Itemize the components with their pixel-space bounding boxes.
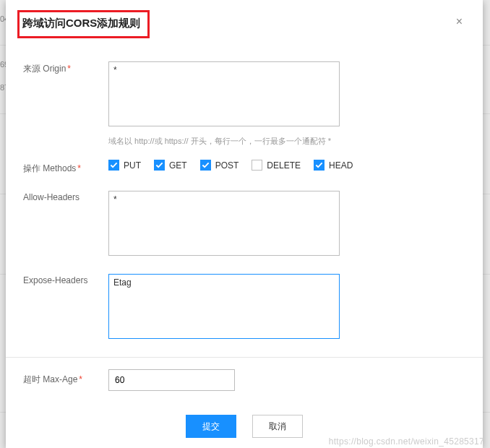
methods-group: PUTGETPOSTDELETEHEAD	[108, 158, 465, 171]
close-icon[interactable]: ×	[453, 16, 465, 27]
method-checkbox-head[interactable]: HEAD	[314, 160, 353, 171]
checkbox-icon	[314, 160, 324, 171]
origin-label: 来源 Origin*	[23, 61, 108, 155]
allow-headers-input[interactable]	[108, 191, 340, 256]
method-label: DELETE	[267, 160, 301, 171]
origin-hint: 域名以 http://或 https:// 开头，每行一个，一行最多一个通配符 …	[108, 136, 465, 147]
method-label: HEAD	[329, 160, 353, 171]
method-label: GET	[169, 160, 187, 171]
checkbox-icon	[154, 160, 165, 171]
methods-label: 操作 Methods*	[23, 158, 108, 175]
dialog-header: 跨域访问CORS添加规则 ×	[23, 16, 465, 38]
expose-headers-label: Expose-Headers	[23, 274, 108, 341]
cors-form: 来源 Origin* 域名以 http://或 https:// 开头，每行一个…	[23, 61, 465, 410]
method-label: PUT	[124, 160, 141, 171]
cancel-button[interactable]: 取消	[252, 415, 303, 438]
method-checkbox-get[interactable]: GET	[154, 160, 187, 171]
method-label: POST	[215, 160, 239, 171]
origin-input[interactable]	[108, 61, 340, 126]
title-highlight-box: 跨域访问CORS添加规则	[17, 10, 150, 38]
method-checkbox-post[interactable]: POST	[200, 160, 239, 171]
divider	[6, 357, 483, 358]
cors-rule-dialog: 跨域访问CORS添加规则 × 来源 Origin* 域名以 http://或 h…	[6, 0, 483, 448]
checkbox-icon	[252, 160, 262, 171]
method-checkbox-delete[interactable]: DELETE	[252, 160, 301, 171]
checkbox-icon	[200, 160, 211, 171]
dialog-title: 跨域访问CORS添加规则	[22, 17, 140, 30]
dialog-footer: 提交 取消	[23, 415, 465, 438]
max-age-input[interactable]	[108, 369, 235, 391]
max-age-label: 超时 Max-Age*	[23, 369, 108, 391]
method-checkbox-put[interactable]: PUT	[108, 160, 141, 171]
allow-headers-label: Allow-Headers	[23, 191, 108, 258]
expose-headers-input[interactable]	[108, 274, 340, 339]
submit-button[interactable]: 提交	[186, 415, 236, 438]
checkbox-icon	[108, 160, 119, 171]
